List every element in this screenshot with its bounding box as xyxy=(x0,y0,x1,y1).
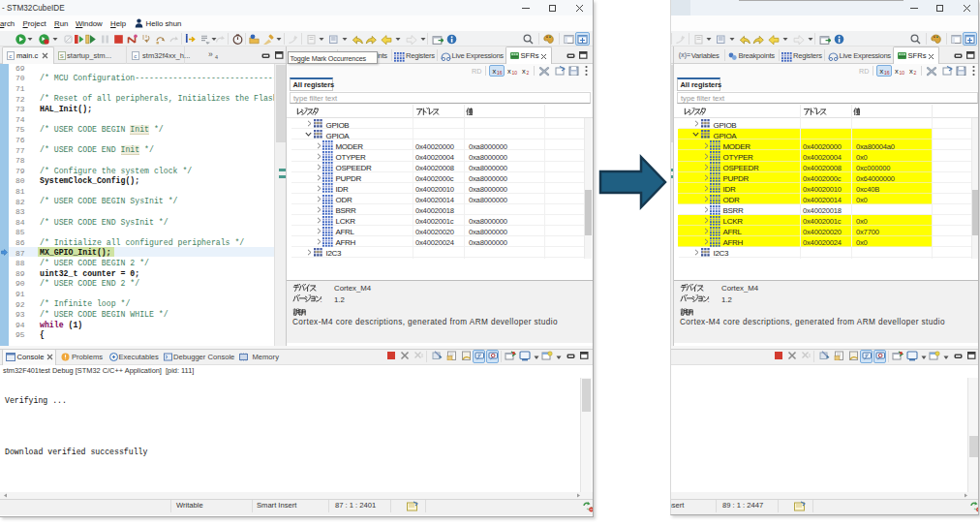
svg-text:c: c xyxy=(134,52,137,58)
svg-text:c: c xyxy=(9,52,12,58)
svg-text:S: S xyxy=(60,52,64,58)
